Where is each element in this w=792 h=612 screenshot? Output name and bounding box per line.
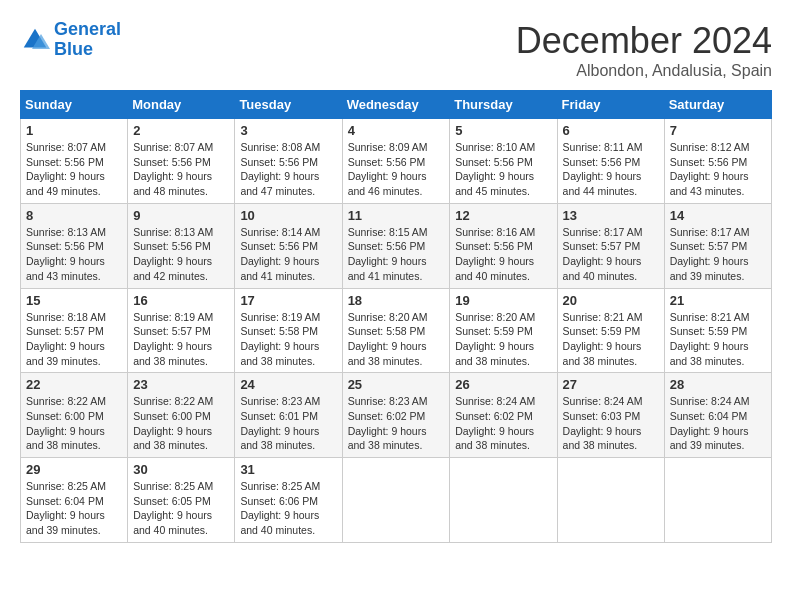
calendar-cell: 14 Sunrise: 8:17 AMSunset: 5:57 PMDaylig… xyxy=(664,203,771,288)
weekday-header-row: SundayMondayTuesdayWednesdayThursdayFrid… xyxy=(21,91,772,119)
day-info: Sunrise: 8:23 AMSunset: 6:02 PMDaylight:… xyxy=(348,395,428,451)
day-info: Sunrise: 8:15 AMSunset: 5:56 PMDaylight:… xyxy=(348,226,428,282)
calendar-cell: 10 Sunrise: 8:14 AMSunset: 5:56 PMDaylig… xyxy=(235,203,342,288)
day-info: Sunrise: 8:20 AMSunset: 5:58 PMDaylight:… xyxy=(348,311,428,367)
day-info: Sunrise: 8:23 AMSunset: 6:01 PMDaylight:… xyxy=(240,395,320,451)
calendar-cell xyxy=(342,458,450,543)
logo-line2: Blue xyxy=(54,39,93,59)
day-number: 6 xyxy=(563,123,659,138)
weekday-header-wednesday: Wednesday xyxy=(342,91,450,119)
day-number: 30 xyxy=(133,462,229,477)
calendar-cell: 5 Sunrise: 8:10 AMSunset: 5:56 PMDayligh… xyxy=(450,119,557,204)
calendar-cell: 19 Sunrise: 8:20 AMSunset: 5:59 PMDaylig… xyxy=(450,288,557,373)
calendar-cell xyxy=(557,458,664,543)
day-number: 12 xyxy=(455,208,551,223)
day-info: Sunrise: 8:07 AMSunset: 5:56 PMDaylight:… xyxy=(26,141,106,197)
title-section: December 2024 Albondon, Andalusia, Spain xyxy=(516,20,772,80)
day-number: 4 xyxy=(348,123,445,138)
day-number: 5 xyxy=(455,123,551,138)
day-info: Sunrise: 8:07 AMSunset: 5:56 PMDaylight:… xyxy=(133,141,213,197)
day-number: 1 xyxy=(26,123,122,138)
day-number: 14 xyxy=(670,208,766,223)
location-subtitle: Albondon, Andalusia, Spain xyxy=(516,62,772,80)
day-number: 15 xyxy=(26,293,122,308)
day-info: Sunrise: 8:17 AMSunset: 5:57 PMDaylight:… xyxy=(563,226,643,282)
calendar-cell: 20 Sunrise: 8:21 AMSunset: 5:59 PMDaylig… xyxy=(557,288,664,373)
weekday-header-tuesday: Tuesday xyxy=(235,91,342,119)
day-info: Sunrise: 8:25 AMSunset: 6:04 PMDaylight:… xyxy=(26,480,106,536)
calendar-cell: 6 Sunrise: 8:11 AMSunset: 5:56 PMDayligh… xyxy=(557,119,664,204)
calendar-week-row: 29 Sunrise: 8:25 AMSunset: 6:04 PMDaylig… xyxy=(21,458,772,543)
calendar-cell: 3 Sunrise: 8:08 AMSunset: 5:56 PMDayligh… xyxy=(235,119,342,204)
day-info: Sunrise: 8:21 AMSunset: 5:59 PMDaylight:… xyxy=(563,311,643,367)
calendar-cell: 2 Sunrise: 8:07 AMSunset: 5:56 PMDayligh… xyxy=(128,119,235,204)
day-number: 11 xyxy=(348,208,445,223)
day-info: Sunrise: 8:25 AMSunset: 6:05 PMDaylight:… xyxy=(133,480,213,536)
calendar-cell: 28 Sunrise: 8:24 AMSunset: 6:04 PMDaylig… xyxy=(664,373,771,458)
day-info: Sunrise: 8:08 AMSunset: 5:56 PMDaylight:… xyxy=(240,141,320,197)
day-number: 23 xyxy=(133,377,229,392)
calendar-cell xyxy=(450,458,557,543)
day-info: Sunrise: 8:16 AMSunset: 5:56 PMDaylight:… xyxy=(455,226,535,282)
day-number: 7 xyxy=(670,123,766,138)
calendar-cell: 15 Sunrise: 8:18 AMSunset: 5:57 PMDaylig… xyxy=(21,288,128,373)
day-number: 19 xyxy=(455,293,551,308)
calendar-cell: 4 Sunrise: 8:09 AMSunset: 5:56 PMDayligh… xyxy=(342,119,450,204)
day-number: 8 xyxy=(26,208,122,223)
day-number: 24 xyxy=(240,377,336,392)
day-number: 29 xyxy=(26,462,122,477)
calendar-cell: 30 Sunrise: 8:25 AMSunset: 6:05 PMDaylig… xyxy=(128,458,235,543)
day-info: Sunrise: 8:18 AMSunset: 5:57 PMDaylight:… xyxy=(26,311,106,367)
calendar-cell: 24 Sunrise: 8:23 AMSunset: 6:01 PMDaylig… xyxy=(235,373,342,458)
day-info: Sunrise: 8:13 AMSunset: 5:56 PMDaylight:… xyxy=(133,226,213,282)
day-info: Sunrise: 8:19 AMSunset: 5:58 PMDaylight:… xyxy=(240,311,320,367)
calendar-cell: 8 Sunrise: 8:13 AMSunset: 5:56 PMDayligh… xyxy=(21,203,128,288)
calendar-cell: 26 Sunrise: 8:24 AMSunset: 6:02 PMDaylig… xyxy=(450,373,557,458)
day-number: 22 xyxy=(26,377,122,392)
day-number: 25 xyxy=(348,377,445,392)
weekday-header-thursday: Thursday xyxy=(450,91,557,119)
day-number: 31 xyxy=(240,462,336,477)
calendar-cell: 11 Sunrise: 8:15 AMSunset: 5:56 PMDaylig… xyxy=(342,203,450,288)
weekday-header-saturday: Saturday xyxy=(664,91,771,119)
day-number: 28 xyxy=(670,377,766,392)
day-info: Sunrise: 8:11 AMSunset: 5:56 PMDaylight:… xyxy=(563,141,643,197)
calendar-cell: 12 Sunrise: 8:16 AMSunset: 5:56 PMDaylig… xyxy=(450,203,557,288)
calendar-cell: 1 Sunrise: 8:07 AMSunset: 5:56 PMDayligh… xyxy=(21,119,128,204)
calendar-week-row: 1 Sunrise: 8:07 AMSunset: 5:56 PMDayligh… xyxy=(21,119,772,204)
month-title: December 2024 xyxy=(516,20,772,62)
day-number: 2 xyxy=(133,123,229,138)
day-number: 16 xyxy=(133,293,229,308)
day-info: Sunrise: 8:25 AMSunset: 6:06 PMDaylight:… xyxy=(240,480,320,536)
weekday-header-monday: Monday xyxy=(128,91,235,119)
day-info: Sunrise: 8:14 AMSunset: 5:56 PMDaylight:… xyxy=(240,226,320,282)
day-info: Sunrise: 8:13 AMSunset: 5:56 PMDaylight:… xyxy=(26,226,106,282)
day-info: Sunrise: 8:17 AMSunset: 5:57 PMDaylight:… xyxy=(670,226,750,282)
calendar-table: SundayMondayTuesdayWednesdayThursdayFrid… xyxy=(20,90,772,543)
day-info: Sunrise: 8:24 AMSunset: 6:04 PMDaylight:… xyxy=(670,395,750,451)
calendar-week-row: 15 Sunrise: 8:18 AMSunset: 5:57 PMDaylig… xyxy=(21,288,772,373)
calendar-week-row: 22 Sunrise: 8:22 AMSunset: 6:00 PMDaylig… xyxy=(21,373,772,458)
day-number: 3 xyxy=(240,123,336,138)
day-info: Sunrise: 8:22 AMSunset: 6:00 PMDaylight:… xyxy=(133,395,213,451)
day-info: Sunrise: 8:20 AMSunset: 5:59 PMDaylight:… xyxy=(455,311,535,367)
calendar-week-row: 8 Sunrise: 8:13 AMSunset: 5:56 PMDayligh… xyxy=(21,203,772,288)
day-number: 26 xyxy=(455,377,551,392)
day-info: Sunrise: 8:09 AMSunset: 5:56 PMDaylight:… xyxy=(348,141,428,197)
calendar-cell: 16 Sunrise: 8:19 AMSunset: 5:57 PMDaylig… xyxy=(128,288,235,373)
day-number: 21 xyxy=(670,293,766,308)
calendar-cell: 22 Sunrise: 8:22 AMSunset: 6:00 PMDaylig… xyxy=(21,373,128,458)
calendar-cell: 21 Sunrise: 8:21 AMSunset: 5:59 PMDaylig… xyxy=(664,288,771,373)
calendar-cell: 18 Sunrise: 8:20 AMSunset: 5:58 PMDaylig… xyxy=(342,288,450,373)
calendar-cell xyxy=(664,458,771,543)
weekday-header-friday: Friday xyxy=(557,91,664,119)
calendar-cell: 17 Sunrise: 8:19 AMSunset: 5:58 PMDaylig… xyxy=(235,288,342,373)
calendar-cell: 7 Sunrise: 8:12 AMSunset: 5:56 PMDayligh… xyxy=(664,119,771,204)
day-number: 27 xyxy=(563,377,659,392)
logo-icon xyxy=(20,25,50,55)
day-number: 10 xyxy=(240,208,336,223)
calendar-cell: 25 Sunrise: 8:23 AMSunset: 6:02 PMDaylig… xyxy=(342,373,450,458)
calendar-cell: 9 Sunrise: 8:13 AMSunset: 5:56 PMDayligh… xyxy=(128,203,235,288)
calendar-cell: 23 Sunrise: 8:22 AMSunset: 6:00 PMDaylig… xyxy=(128,373,235,458)
day-info: Sunrise: 8:21 AMSunset: 5:59 PMDaylight:… xyxy=(670,311,750,367)
